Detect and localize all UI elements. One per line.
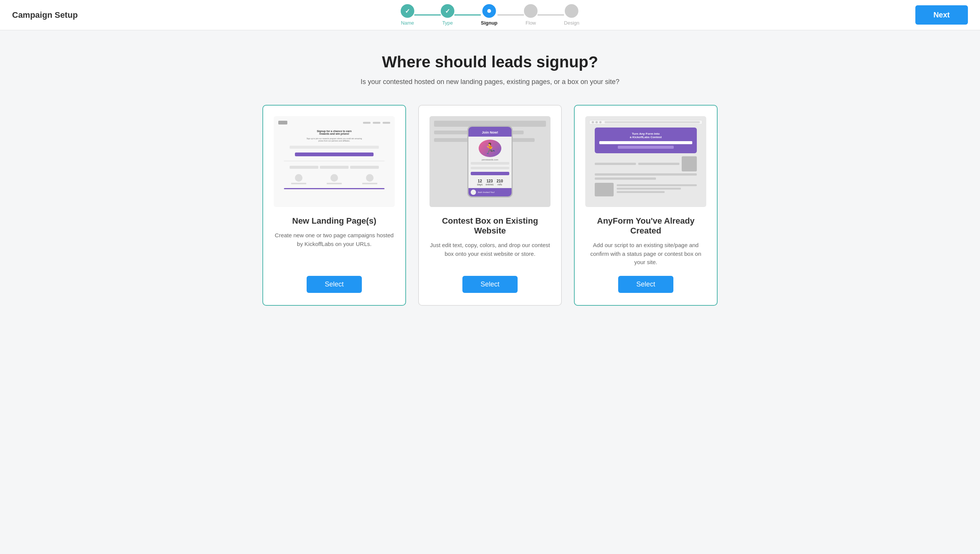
main-content: Where should leads signup? Is your conte…: [225, 30, 755, 329]
step-signup-label: Signup: [481, 20, 498, 26]
connector-2: [455, 14, 481, 16]
mock-bottom-content: [595, 183, 697, 196]
mock-join-now: Join Now!: [471, 131, 509, 134]
mock-phone-header: Join Now!: [468, 127, 512, 137]
card-anyform-image: Turn Any Form Intoa KickoffLabs Contest: [585, 116, 706, 207]
card-contest-box-select-button[interactable]: Select: [462, 276, 518, 293]
step-name: ✓ Name: [401, 4, 414, 26]
mock-form-title: Turn Any Form Intoa KickoffLabs Contest: [599, 132, 692, 139]
page-heading: Where should leads signup?: [240, 53, 740, 71]
step-name-circle: ✓: [401, 4, 414, 18]
mock-invite-text: Josh Invited You!: [477, 191, 495, 193]
step-type-label: Type: [442, 20, 453, 26]
cards-row: Signup for a chance to earnrewards and w…: [240, 105, 740, 306]
card-contest-box-image: Join Now! 🏃 joinrewards.com 12 days: [430, 116, 550, 207]
step-design: Design: [564, 4, 579, 26]
checkmark-icon: ✓: [405, 8, 410, 15]
step-flow-label: Flow: [525, 20, 536, 26]
mock-person-img: 🏃: [479, 140, 501, 157]
step-design-label: Design: [564, 20, 579, 26]
card-landing-page: Signup for a chance to earnrewards and w…: [262, 105, 406, 306]
mock-form-signup-btn: [618, 146, 674, 149]
mock-sub-text: Sign up to join our rewards program wher…: [307, 137, 362, 142]
mock-divider: [284, 161, 385, 161]
card-landing-page-image: Signup for a chance to earnrewards and w…: [274, 116, 395, 207]
mock-phone: Join Now! 🏃 joinrewards.com 12 days: [467, 126, 513, 198]
mock-landing-visual: Signup for a chance to earnrewards and w…: [274, 116, 395, 207]
mock-phone-field-2: [471, 167, 510, 169]
step-type-circle: ✓: [441, 4, 455, 18]
mock-footer-row: [284, 174, 385, 184]
card-contest-box-description: Just edit text, copy, colors, and drop o…: [430, 241, 550, 267]
step-design-circle: [565, 4, 579, 18]
mock-hero-text: Signup for a chance to earnrewards and w…: [317, 130, 352, 135]
card-landing-page-description: Create new one or two page campaigns hos…: [274, 231, 395, 267]
connector-4: [538, 14, 564, 16]
mock-invite-avatar: [471, 190, 476, 195]
mock-top-bar: [278, 121, 390, 125]
mock-logo: [278, 121, 287, 125]
mock-url-bar: joinrewards.com: [479, 158, 501, 161]
mock-cta-btn: [295, 153, 373, 156]
mock-form-card: Turn Any Form Intoa KickoffLabs Contest: [595, 128, 697, 153]
mock-invite-banner: Josh Invited You!: [468, 188, 512, 196]
mock-content-rows: [595, 156, 697, 180]
card-contest-box: Join Now! 🏃 joinrewards.com 12 days: [418, 105, 562, 306]
page-subheading: Is your contested hosted on new landing …: [240, 78, 740, 86]
card-contest-box-title: Contest Box on Existing Website: [430, 216, 550, 236]
connector-3: [498, 14, 524, 16]
header: Campaign Setup ✓ Name ✓ Type: [0, 0, 980, 30]
connector-1: [414, 14, 441, 16]
step-name-label: Name: [401, 20, 414, 26]
mock-nav: [290, 122, 390, 124]
step-signup: Signup: [481, 4, 498, 26]
step-type: ✓ Type: [441, 4, 455, 26]
card-anyform: Turn Any Form Intoa KickoffLabs Contest: [574, 105, 718, 306]
card-landing-page-select-button[interactable]: Select: [307, 276, 362, 293]
step-flow-circle: [524, 4, 538, 18]
active-dot-icon: [487, 9, 491, 13]
checkmark-icon-2: ✓: [445, 8, 450, 15]
stepper: ✓ Name ✓ Type Signup: [401, 4, 580, 26]
mock-phone-cta: [471, 172, 510, 175]
card-anyform-select-button[interactable]: Select: [618, 276, 673, 293]
mock-social-row: [290, 166, 379, 169]
mock-anyform-visual: Turn Any Form Intoa KickoffLabs Contest: [585, 116, 706, 207]
app-title: Campaign Setup: [12, 10, 78, 20]
mock-form-email: [599, 141, 692, 144]
mock-email-input: [290, 146, 379, 149]
mock-phone-field-1: [471, 162, 510, 164]
mock-stats-row: 12 days 123 entries 210 refs: [477, 179, 503, 186]
step-signup-circle: [482, 4, 496, 18]
mock-browser-bar: [589, 120, 703, 125]
card-anyform-title: AnyForm You've Already Created: [585, 216, 706, 236]
card-landing-page-title: New Landing Page(s): [292, 216, 376, 226]
step-flow: Flow: [524, 4, 538, 26]
mock-contest-visual: Join Now! 🏃 joinrewards.com 12 days: [430, 116, 550, 207]
next-button[interactable]: Next: [915, 5, 968, 25]
mock-progress-bar: [284, 188, 385, 189]
person-icon: 🏃: [484, 142, 497, 155]
card-anyform-description: Add our script to an existing site/page …: [585, 241, 706, 267]
